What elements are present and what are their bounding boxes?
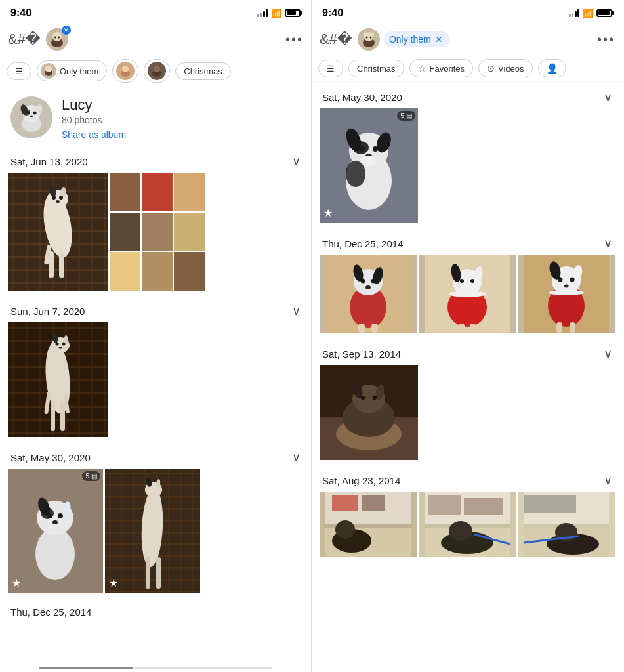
chevron-sep13[interactable]: ∨ [604,346,612,361]
collage-cell-4[interactable] [110,213,140,251]
svg-point-5 [54,37,56,39]
filter-icon-right: ☰ [327,64,335,74]
person2-svg [148,62,166,80]
stack-icon-left: ▤ [91,472,97,480]
xmas-dog-svg2 [419,255,516,333]
svg-rect-104 [358,324,365,333]
videos-chip-right[interactable]: ⊙ Videos [478,59,533,77]
svg-point-15 [154,66,160,72]
svg-rect-146 [464,498,503,514]
svg-point-102 [371,279,376,284]
svg-point-83 [369,37,371,39]
christmas-chip-left[interactable]: Christmas [175,62,231,80]
date-label-jun7: Sun, Jun 7, 2020 [10,306,85,317]
photo-jun7-main[interactable] [8,322,108,437]
content-area-right[interactable]: Sat, May 30, 2020 ∨ [312,82,623,672]
only-them-chip-left[interactable]: Only them [37,60,107,81]
chevron-jun7[interactable]: ∨ [292,304,301,318]
nav-avatar-container-left: ✕ [46,28,68,51]
photo-aug23-1[interactable] [320,492,417,557]
filter-chip-left[interactable]: ☰ [7,62,31,80]
svg-rect-139 [362,495,385,511]
nav-tag-right[interactable]: Only them ✕ [384,32,449,47]
collage-cell-8[interactable] [142,252,173,291]
photo-dec25-1[interactable] [320,255,417,333]
profile-avatar[interactable] [10,96,52,138]
status-bar-left: 9:40 📶 [0,0,311,24]
dog-may30-svg1 [8,469,103,593]
chevron-dec25-right[interactable]: ∨ [604,236,612,251]
photo-may30-right-main[interactable]: 5 ▤ ★ [320,108,418,223]
collage-grid-jun13 [110,173,205,291]
battery-icon-left [285,9,301,17]
status-icons-right: 📶 [569,9,613,18]
nav-avatar-right [358,28,380,51]
photo-aug23-3[interactable] [518,492,615,557]
star-badge-may30-left-2: ★ [109,577,118,589]
svg-point-112 [470,279,474,283]
svg-point-121 [558,278,563,282]
chevron-may30-right[interactable]: ∨ [604,90,612,104]
collage-cell-9[interactable] [174,252,205,291]
person1-chip[interactable] [112,59,138,83]
back-button-right[interactable]: &#� [320,31,352,48]
svg-point-35 [59,196,63,200]
date-header-aug23: Sat, Aug 23, 2014 ∨ [320,465,615,492]
chevron-aug23[interactable]: ∨ [604,473,612,488]
collage-cell-3[interactable] [174,173,205,211]
svg-rect-38 [59,251,64,278]
photo-grid-sep13 [320,365,615,460]
favorites-chip-right[interactable]: ☆ Favorites [409,59,473,77]
chevron-jun13[interactable]: ∨ [292,154,301,169]
collage-cell-1[interactable] [110,173,140,211]
svg-point-49 [56,343,59,346]
chevron-may30-left[interactable]: ∨ [292,450,301,465]
stack-count-right: 5 [400,112,404,119]
favorites-label-right: Favorites [430,64,465,74]
person2-chip[interactable] [144,59,170,83]
dog-may30-svg2 [105,469,200,593]
dog-may30-right-svg [320,108,418,223]
more-button-left[interactable]: ••• [285,32,303,47]
collage-cell-5[interactable] [142,213,173,251]
svg-point-124 [549,290,584,295]
avatar-x-badge-left[interactable]: ✕ [62,26,71,35]
svg-point-149 [449,521,472,541]
signal-icon-left [257,9,268,17]
profile-name: Lucy [62,96,126,114]
back-button-left[interactable]: &#� [8,31,41,48]
collage-cell-7[interactable] [110,252,140,291]
share-album-link[interactable]: Share as album [62,129,126,140]
more-button-right[interactable]: ••• [597,32,615,47]
nav-tag-text-right: Only them [389,34,431,45]
aug23-svg1 [320,492,417,557]
scroll-indicator-left [39,667,272,669]
christmas-label-left: Christmas [184,66,222,76]
content-area-left[interactable]: Lucy 80 photos Share as album Sat, Jun 1… [0,87,311,664]
star-icon-right: ☆ [418,63,426,74]
photo-may30-left-2[interactable]: ★ [105,469,200,593]
stack-count-left: 5 [85,472,89,480]
svg-point-111 [460,279,464,283]
profile-section: Lucy 80 photos Share as album [8,87,303,146]
christmas-chip-right[interactable]: Christmas [348,60,404,77]
photo-aug23-2[interactable] [419,492,516,557]
profile-dog-avatar [10,96,52,138]
person-chip-right[interactable]: 👤 [538,59,566,77]
aug23-svg2 [419,492,516,557]
filter-chip-right[interactable]: ☰ [318,60,343,77]
nav-tag-close-right[interactable]: ✕ [435,34,443,45]
photo-dec25-3[interactable] [518,255,615,333]
collage-cell-2[interactable] [142,173,173,211]
date-header-dec25-left: Thu, Dec 25, 2014 [8,598,303,621]
date-label-dec25-right: Thu, Dec 25, 2014 [322,238,403,249]
svg-rect-114 [459,324,465,333]
collage-cell-6[interactable] [174,213,205,251]
date-label-aug23: Sat, Aug 23, 2014 [322,475,400,486]
chips-row-left: ☰ Only them [0,55,311,87]
date-header-sep13: Sat, Sep 13, 2014 ∨ [320,339,615,365]
photo-dec25-2[interactable] [419,255,516,333]
photo-may30-left-1[interactable]: 5 ▤ ★ [8,469,103,593]
photo-video-jun13[interactable]: ▶ 00:15 🎞 [8,173,108,291]
photo-sep13-main[interactable] [320,365,418,460]
